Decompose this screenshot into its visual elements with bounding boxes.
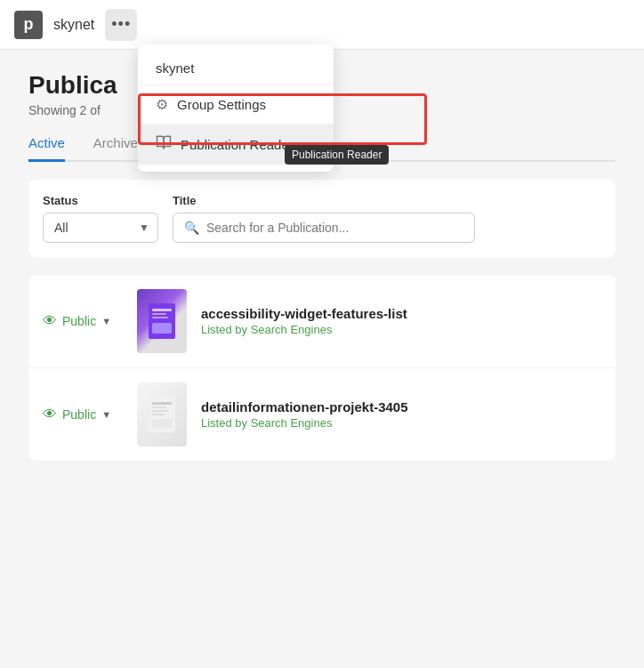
svg-rect-9 — [152, 414, 165, 415]
svg-rect-7 — [152, 406, 166, 408]
title-label: Title — [173, 194, 475, 207]
svg-rect-3 — [152, 317, 168, 318]
book-icon — [156, 134, 172, 154]
status-chevron-1[interactable]: ▼ — [101, 316, 111, 326]
table-row: 👁 Public ▼ detailinformatione — [28, 368, 616, 461]
navbar: p skynet ••• — [0, 0, 644, 50]
status-select[interactable]: All Public Private — [43, 213, 158, 243]
gear-icon: ⚙ — [156, 96, 168, 113]
svg-rect-2 — [152, 313, 166, 315]
eye-icon-1: 👁 — [43, 313, 57, 329]
svg-rect-10 — [152, 419, 172, 428]
publication-reader-label: Publication Reader — [181, 137, 294, 152]
publication-status-1: 👁 Public ▼ — [43, 313, 123, 329]
table-row: 👁 Public ▼ accessibility-widget-features… — [28, 275, 616, 368]
more-button[interactable]: ••• — [105, 9, 137, 41]
svg-rect-1 — [152, 309, 172, 311]
logo: p — [14, 11, 43, 39]
status-select-wrapper: All Public Private ▼ — [43, 213, 158, 243]
status-filter: Status All Public Private ▼ — [43, 194, 158, 243]
search-input[interactable] — [206, 221, 463, 235]
status-label: Status — [43, 194, 158, 207]
publication-name-2: detailinformationen-projekt-3405 — [201, 399, 601, 414]
svg-rect-8 — [152, 410, 168, 412]
tooltip: Publication Reader — [285, 145, 389, 165]
publication-thumbnail-2 — [137, 382, 187, 447]
publication-info-1: accessibility-widget-features-list Liste… — [201, 306, 601, 336]
thumb-image-1 — [137, 289, 187, 353]
thumb-image-2 — [137, 382, 187, 447]
eye-icon-2: 👁 — [43, 406, 57, 423]
svg-rect-4 — [152, 323, 172, 334]
svg-rect-6 — [152, 402, 172, 405]
publication-listed-2: Listed by Search Engines — [201, 416, 601, 430]
filter-row: Status All Public Private ▼ Title 🔍 — [28, 180, 616, 257]
search-wrapper: 🔍 — [173, 213, 475, 243]
dropdown-header: skynet — [138, 52, 334, 85]
status-label-1: Public — [62, 314, 96, 328]
publication-status-2: 👁 Public ▼ — [43, 406, 123, 423]
more-dots-icon: ••• — [111, 15, 131, 34]
publication-listed-1: Listed by Search Engines — [201, 323, 601, 336]
status-chevron-2[interactable]: ▼ — [101, 409, 111, 420]
publication-name-1: accessibility-widget-features-list — [201, 306, 601, 321]
publications-list: 👁 Public ▼ accessibility-widget-features… — [28, 275, 616, 461]
publication-info-2: detailinformationen-projekt-3405 Listed … — [201, 399, 601, 430]
nav-title: skynet — [53, 17, 94, 33]
status-label-2: Public — [62, 407, 96, 422]
tab-archive[interactable]: Archive — [93, 135, 138, 160]
title-filter: Title 🔍 — [173, 194, 475, 243]
logo-letter: p — [24, 15, 34, 34]
group-settings-label: Group Settings — [177, 97, 266, 112]
publication-thumbnail-1 — [137, 289, 187, 353]
tab-active[interactable]: Active — [28, 135, 65, 162]
search-icon: 🔍 — [184, 221, 199, 235]
dropdown-item-group-settings[interactable]: ⚙ Group Settings — [138, 85, 334, 124]
